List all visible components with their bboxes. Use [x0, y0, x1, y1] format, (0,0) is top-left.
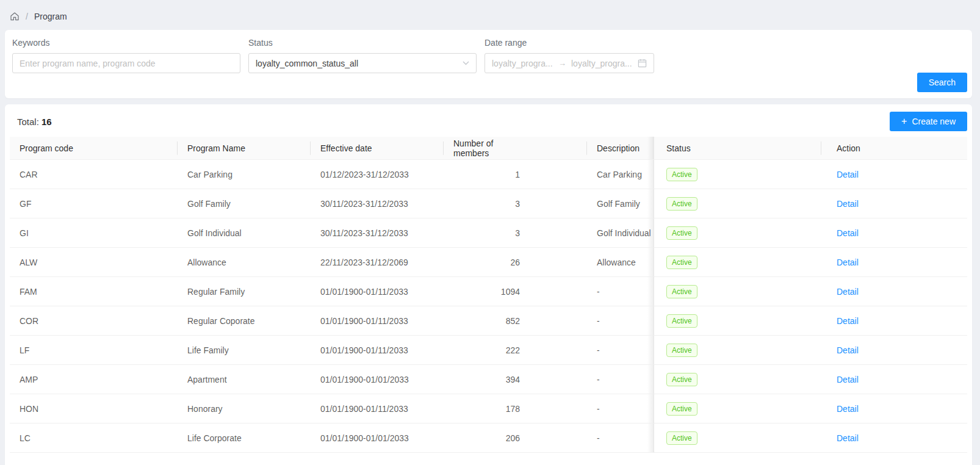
number-of-members-cell: 206	[444, 424, 587, 453]
program-name-cell: Regular Coporate	[178, 306, 311, 336]
action-cell: Detail	[821, 277, 967, 306]
description-cell: -	[587, 394, 654, 424]
create-new-label: Create new	[912, 117, 956, 126]
arrow-right-icon: →	[558, 59, 566, 68]
action-cell: Detail	[821, 218, 967, 248]
description-cell: -	[587, 336, 654, 365]
program-code-cell: CAR	[10, 160, 178, 189]
description-cell: Golf Individual	[587, 218, 654, 248]
table-row: ALW Allowance 22/11/2023-31/12/2069 26 A…	[10, 248, 967, 277]
column-header-effective-date: Effective date	[311, 137, 444, 160]
detail-link[interactable]: Detail	[837, 258, 859, 267]
detail-link[interactable]: Detail	[837, 228, 859, 238]
status-badge: Active	[666, 402, 697, 416]
status-cell: Active	[654, 424, 821, 453]
effective-date-cell: 22/11/2023-31/12/2069	[311, 248, 444, 277]
date-range-start-input[interactable]: loyalty_progra...	[492, 59, 553, 68]
action-cell: Detail	[821, 189, 967, 218]
status-cell: Active	[654, 218, 821, 248]
program-code-cell: FAM	[10, 277, 178, 306]
table-header-row: Program code Program Name Effective date…	[10, 137, 967, 160]
date-range-end-input[interactable]: loyalty_progra...	[571, 59, 633, 68]
date-range-label: Date range	[485, 38, 654, 48]
action-cell: Detail	[821, 394, 967, 424]
column-header-program-code: Program code	[10, 137, 178, 160]
action-cell: Detail	[821, 248, 967, 277]
table-row: GF Golf Family 30/11/2023-31/12/2033 3 G…	[10, 189, 967, 218]
action-cell: Detail	[821, 336, 967, 365]
action-cell: Detail	[821, 424, 967, 453]
action-cell: Detail	[821, 306, 967, 336]
program-name-cell: Car Parking	[178, 160, 311, 189]
keywords-input[interactable]	[12, 53, 240, 73]
program-name-cell: Apartment	[178, 365, 311, 394]
status-badge: Active	[666, 226, 697, 240]
status-badge: Active	[666, 344, 697, 357]
detail-link[interactable]: Detail	[837, 316, 859, 326]
number-of-members-cell: 1094	[444, 277, 587, 306]
breadcrumb-separator: /	[26, 12, 28, 21]
effective-date-cell: 01/01/1900-01/01/2033	[311, 424, 444, 453]
number-of-members-cell: 178	[444, 394, 587, 424]
column-header-program-name: Program Name	[178, 137, 311, 160]
status-cell: Active	[654, 394, 821, 424]
detail-link[interactable]: Detail	[837, 375, 859, 384]
number-of-members-cell: 394	[444, 365, 587, 394]
effective-date-cell: 01/01/1900-01/11/2033	[311, 336, 444, 365]
detail-link[interactable]: Detail	[837, 199, 859, 209]
create-new-button[interactable]: + Create new	[890, 112, 967, 131]
table-row: LC Life Corporate 01/01/1900-01/01/2033 …	[10, 424, 967, 453]
effective-date-cell: 30/11/2023-31/12/2033	[311, 189, 444, 218]
description-cell: -	[587, 277, 654, 306]
effective-date-cell: 01/01/1900-01/11/2033	[311, 277, 444, 306]
status-cell: Active	[654, 277, 821, 306]
detail-link[interactable]: Detail	[837, 287, 859, 297]
number-of-members-cell: 852	[444, 306, 587, 336]
status-label: Status	[248, 38, 477, 48]
description-cell: Car Parking	[587, 160, 654, 189]
status-select[interactable]: loyalty_common_status_all	[248, 53, 477, 73]
effective-date-cell: 30/11/2023-31/12/2033	[311, 218, 444, 248]
status-cell: Active	[654, 160, 821, 189]
date-range-picker[interactable]: loyalty_progra... → loyalty_progra...	[485, 53, 654, 73]
table-row: AMP Apartment 01/01/1900-01/01/2033 394 …	[10, 365, 967, 394]
table-row: GI Golf Individual 30/11/2023-31/12/2033…	[10, 218, 967, 248]
program-name-cell: Golf Individual	[178, 218, 311, 248]
status-badge: Active	[666, 314, 697, 328]
status-badge: Active	[666, 373, 697, 386]
status-badge: Active	[666, 431, 697, 445]
detail-link[interactable]: Detail	[837, 170, 859, 179]
detail-link[interactable]: Detail	[837, 433, 859, 443]
search-button[interactable]: Search	[917, 73, 967, 92]
table-row: CAR Car Parking 01/12/2023-31/12/2033 1 …	[10, 160, 967, 189]
column-header-number-of-members: Number of members	[444, 137, 587, 160]
program-name-cell: Life Corporate	[178, 424, 311, 453]
status-badge: Active	[666, 285, 697, 298]
status-badge: Active	[666, 256, 697, 269]
column-header-action: Action	[821, 137, 967, 160]
table-row: FAM Regular Family 01/01/1900-01/11/2033…	[10, 277, 967, 306]
effective-date-cell: 01/12/2023-31/12/2033	[311, 160, 444, 189]
date-range-filter: Date range loyalty_progra... → loyalty_p…	[485, 38, 654, 73]
status-cell: Active	[654, 189, 821, 218]
description-cell: Allowance	[587, 248, 654, 277]
keywords-filter: Keywords	[12, 38, 240, 73]
action-cell: Detail	[821, 365, 967, 394]
filter-panel: Keywords Status loyalty_common_status_al…	[5, 30, 972, 98]
description-cell: Golf Family	[587, 189, 654, 218]
detail-link[interactable]: Detail	[837, 404, 859, 414]
action-cell: Detail	[821, 160, 967, 189]
program-code-cell: ALW	[10, 248, 178, 277]
number-of-members-cell: 3	[444, 218, 587, 248]
column-header-description: Description	[587, 137, 654, 160]
program-code-cell: AMP	[10, 365, 178, 394]
program-table: Program code Program Name Effective date…	[10, 137, 967, 453]
total-count: Total: 16	[17, 117, 52, 127]
detail-link[interactable]: Detail	[837, 345, 859, 355]
program-code-cell: COR	[10, 306, 178, 336]
program-name-cell: Life Family	[178, 336, 311, 365]
program-code-cell: GF	[10, 189, 178, 218]
program-name-cell: Honorary	[178, 394, 311, 424]
home-icon[interactable]	[10, 12, 20, 21]
effective-date-cell: 01/01/1900-01/11/2033	[311, 394, 444, 424]
